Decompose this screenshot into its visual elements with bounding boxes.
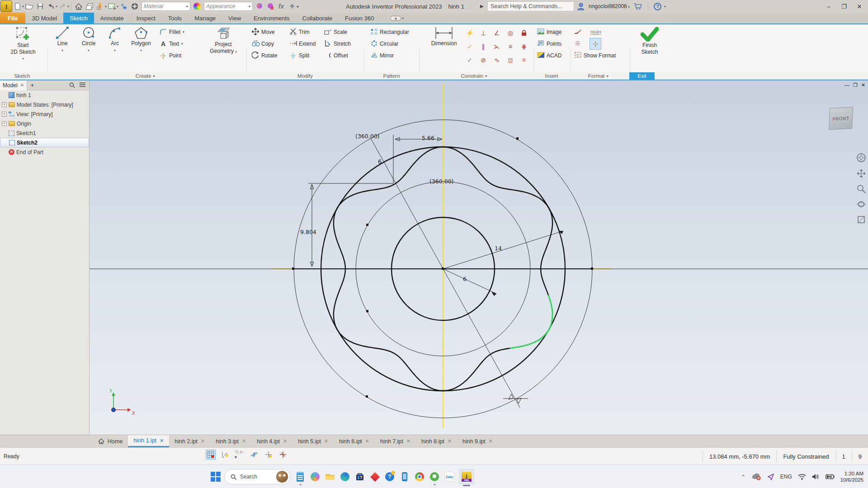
tangent-constraint-button[interactable]: ∠ bbox=[490, 26, 504, 40]
dim-6-top-text[interactable]: 6 bbox=[378, 158, 382, 165]
tray-chevron-icon[interactable]: ⌃ bbox=[741, 474, 745, 480]
redo-button[interactable] bbox=[58, 1, 68, 11]
trim-button[interactable]: Trim bbox=[289, 27, 310, 37]
orbit-icon[interactable] bbox=[857, 200, 866, 209]
circular-pattern-button[interactable]: Circular bbox=[370, 39, 398, 49]
new-file-button[interactable] bbox=[13, 1, 23, 11]
zoom-icon[interactable] bbox=[857, 184, 866, 193]
ribbon-collapse-button[interactable]: ▲ bbox=[390, 16, 401, 21]
snap-grid-toggle[interactable] bbox=[206, 450, 216, 460]
symmetric-constraint-button[interactable]: [¦] bbox=[504, 53, 517, 67]
tree-item-sketch1[interactable]: Sketch1 bbox=[0, 128, 89, 138]
start-2d-sketch-button[interactable]: Start 2D Sketch ▾ bbox=[10, 26, 36, 61]
taskbar-phone-link-icon[interactable] bbox=[399, 471, 410, 482]
rectangular-pattern-button[interactable]: Rectangular bbox=[370, 27, 409, 37]
taskbar-copilot-icon[interactable] bbox=[310, 471, 321, 482]
render-button[interactable] bbox=[130, 1, 140, 11]
tangent-circle-constraint-button[interactable]: ⊘ bbox=[476, 53, 490, 67]
onedrive-error-icon[interactable] bbox=[751, 473, 761, 480]
panel-label-pattern[interactable]: Pattern bbox=[383, 72, 400, 80]
taskbar-journal-icon[interactable] bbox=[295, 471, 306, 482]
clear-appearance-button[interactable] bbox=[265, 1, 275, 11]
view-cube[interactable]: FRONT bbox=[829, 107, 853, 130]
insert-acad-button[interactable]: ACAD bbox=[537, 51, 561, 61]
equal-constraint-button[interactable]: = bbox=[517, 53, 531, 67]
ilogic-trigger-button[interactable] bbox=[95, 1, 105, 11]
browser-tab-close-icon[interactable]: ✕ bbox=[20, 83, 24, 88]
coincident-constraint-button[interactable]: ✓ bbox=[463, 40, 476, 53]
insert-image-button[interactable]: Image bbox=[537, 27, 561, 37]
tab-environments[interactable]: Environments bbox=[247, 13, 296, 23]
expand-icon[interactable]: + bbox=[2, 112, 7, 117]
inventor-app-icon[interactable]: I bbox=[0, 0, 12, 12]
dim-14-text[interactable]: 14 bbox=[495, 245, 502, 252]
arc-button[interactable]: Arc▾ bbox=[102, 26, 128, 53]
taskbar-chrome-icon[interactable] bbox=[414, 471, 425, 482]
vertical-constraint-button[interactable]: ⋕ bbox=[517, 40, 531, 53]
ribbon-collapse-dropdown[interactable]: ▾ bbox=[402, 16, 404, 20]
adjust-appearance-button[interactable] bbox=[255, 1, 264, 11]
auto-dimension-button[interactable]: ⚡ bbox=[463, 26, 476, 40]
search-expand-icon[interactable]: ▶ bbox=[480, 4, 484, 9]
sketch-canvas[interactable]: — ❐ ✕ bbox=[90, 80, 868, 435]
help-icon[interactable]: ? bbox=[654, 3, 661, 10]
expand-icon[interactable]: + bbox=[2, 102, 7, 107]
tab-annotate[interactable]: Annotate bbox=[94, 13, 130, 23]
degrees-of-freedom-toggle[interactable] bbox=[264, 450, 274, 460]
doc-tab-hinh1[interactable]: hinh 1.ipt✕ bbox=[128, 435, 169, 447]
wifi-icon[interactable] bbox=[798, 474, 806, 480]
taskbar-edge-icon[interactable] bbox=[340, 471, 350, 482]
stretch-button[interactable]: Stretch bbox=[324, 39, 351, 49]
taskbar-coccoc-icon[interactable] bbox=[429, 471, 440, 482]
dim-6-right-text[interactable]: 6 bbox=[463, 276, 467, 282]
measure-dropdown[interactable]: ▾ bbox=[117, 5, 118, 9]
centerline-format-button[interactable]: -¦- bbox=[590, 38, 601, 50]
taskbar-search-input[interactable]: Search bbox=[225, 469, 291, 484]
point-button[interactable]: -¦- Point bbox=[160, 51, 181, 61]
tab-3d-model[interactable]: 3D Model bbox=[25, 13, 63, 23]
tab-view[interactable]: View bbox=[222, 13, 247, 23]
collinear-constraint-button[interactable]: ⋋ bbox=[490, 40, 504, 53]
rotate-button[interactable]: Rotate bbox=[252, 51, 277, 61]
doc-close-icon[interactable]: ✕ bbox=[861, 82, 865, 88]
tab-sketch[interactable]: Sketch bbox=[63, 13, 94, 23]
doc-minimize-icon[interactable]: — bbox=[844, 82, 849, 88]
volume-icon[interactable] bbox=[812, 474, 820, 480]
circle-button[interactable]: Circle▾ bbox=[75, 26, 102, 53]
panel-label-sketch[interactable]: Sketch bbox=[14, 72, 30, 80]
username[interactable]: nngocloi982006 ▾ bbox=[589, 3, 630, 9]
split-button[interactable]: -|-Split bbox=[289, 51, 309, 61]
dim-angle-top[interactable]: (360.00) bbox=[355, 133, 380, 140]
undo-dropdown[interactable]: ▾ bbox=[56, 5, 57, 9]
show-format-button[interactable]: Show Format bbox=[574, 51, 616, 61]
extend-button[interactable]: Extend bbox=[289, 39, 316, 49]
expand-icon[interactable]: + bbox=[2, 121, 7, 126]
close-button[interactable]: ✕ bbox=[853, 1, 866, 12]
tab-tools[interactable]: Tools bbox=[162, 13, 188, 23]
constraint-visibility-toggle[interactable] bbox=[278, 450, 288, 460]
browser-tab-model[interactable]: Model✕ bbox=[0, 80, 27, 90]
look-at-icon[interactable] bbox=[857, 215, 866, 224]
sheets-button[interactable] bbox=[85, 1, 94, 11]
tree-item-model-states[interactable]: +Model States: [Primary] bbox=[0, 100, 89, 109]
help-search-input[interactable]: Search Help & Commands... bbox=[487, 1, 574, 11]
fillet-button[interactable]: Fillet▾ bbox=[160, 27, 184, 37]
constraint-inference-toggle[interactable] bbox=[220, 450, 230, 460]
tree-item-view[interactable]: +View: [Primary] bbox=[0, 109, 89, 119]
tab-manage[interactable]: Manage bbox=[188, 13, 222, 23]
tab-file[interactable]: File bbox=[0, 13, 25, 23]
doc-tab-hinh3[interactable]: hinh 3.ipt✕ bbox=[210, 435, 251, 447]
tab-inspect[interactable]: Inspect bbox=[130, 13, 162, 23]
doc-tab-hinh7[interactable]: hinh 7.ipt✕ bbox=[375, 435, 416, 447]
browser-menu-icon[interactable] bbox=[80, 82, 85, 87]
user-avatar-icon[interactable] bbox=[577, 2, 585, 10]
home-button[interactable] bbox=[74, 1, 84, 11]
dimension-display-button[interactable]: H(x)H bbox=[590, 27, 601, 37]
taskbar-store-icon[interactable] bbox=[354, 471, 365, 482]
panel-label-insert[interactable]: Insert bbox=[545, 72, 558, 80]
radius-6-line[interactable] bbox=[443, 269, 496, 294]
tab-collaborate[interactable]: Collaborate bbox=[296, 13, 339, 23]
save-button[interactable] bbox=[35, 1, 45, 11]
doc-tab-hinh2[interactable]: hinh 2.ipt✕ bbox=[169, 435, 210, 447]
selected-arc-highlight[interactable] bbox=[510, 295, 553, 348]
